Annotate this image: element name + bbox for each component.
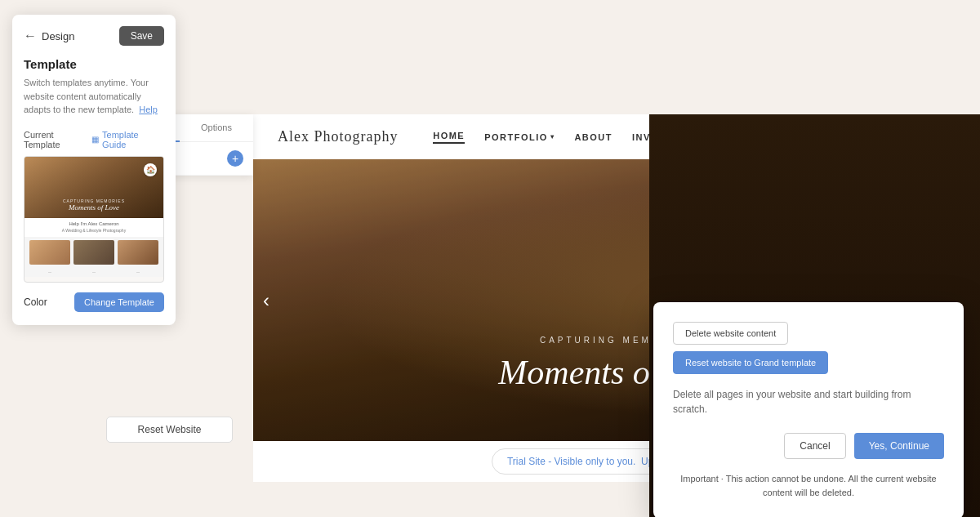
modal-tab-row: Delete website content Reset website to … [673, 322, 944, 374]
nav-link-home[interactable]: HOME [433, 131, 465, 144]
thumb-label-1: — [48, 270, 51, 274]
thumb-subtitle: A Wedding & Lifestyle Photography [29, 228, 158, 234]
modal-tab-reset[interactable]: Reset website to Grand template [673, 351, 828, 374]
thumb-text-overlay: CAPTURING MEMORIES Moments of Love [24, 198, 163, 212]
modal-tab-delete[interactable]: Delete website content [673, 322, 788, 345]
chevron-down-icon: ▾ [550, 133, 555, 140]
left-panel: ← Design Save Template Switch templates … [12, 15, 176, 325]
back-button[interactable]: ← Design [24, 29, 74, 43]
thumb-photo-3 [118, 240, 158, 265]
modal-description: Delete all pages in your website and sta… [673, 387, 944, 417]
modal-cancel-button[interactable]: Cancel [784, 433, 845, 459]
thumb-label-2: — [92, 270, 96, 274]
template-section-header: Current Template ▦ Template Guide [12, 125, 176, 156]
reset-website-button[interactable]: Reset Website [106, 417, 233, 443]
tab-options[interactable]: Options [180, 114, 253, 141]
thumb-photo-1 [29, 240, 70, 265]
thumb-label-3: — [136, 270, 140, 274]
thumb-bottom-labels: — — — [24, 268, 163, 277]
thumb-hero-title: Moments of Love [24, 203, 163, 212]
save-button[interactable]: Save [119, 26, 164, 46]
grid-icon: ▦ [91, 135, 99, 144]
help-link[interactable]: Help [139, 105, 158, 114]
template-guide-link[interactable]: ▦ Template Guide [91, 130, 164, 149]
current-template-label: Current Template [24, 130, 91, 149]
color-section: Color Change Template [12, 283, 176, 312]
modal-confirm-button[interactable]: Yes, Continue [854, 433, 944, 459]
panel-header: ← Design Save [12, 15, 176, 54]
thumb-photo-2 [74, 240, 114, 265]
back-arrow-icon: ← [24, 29, 37, 43]
modal-warning: Important · This action cannot be undone… [673, 472, 944, 499]
panel-description: Switch templates anytime. Your website c… [12, 76, 176, 125]
panel-section-title: Template [12, 54, 176, 76]
hero-prev-arrow[interactable]: ‹ [263, 289, 270, 312]
color-label: Color [24, 296, 47, 308]
thumb-photos [24, 237, 163, 268]
home-icon: 🏠 [144, 163, 157, 176]
thumb-middle-section: Help I'm Alex Cameron A Wedding & Lifest… [24, 218, 163, 237]
modal-actions: Cancel Yes, Continue [673, 433, 944, 459]
change-template-button[interactable]: Change Template [74, 292, 164, 312]
thumb-name: Help I'm Alex Cameron [29, 221, 158, 226]
nav-link-about[interactable]: ABOUT [574, 132, 612, 142]
website-logo: Alex Photography [278, 128, 398, 145]
thumb-hero-image: CAPTURING MEMORIES Moments of Love [24, 157, 163, 218]
nav-link-portfolio[interactable]: PORTFOLIO ▾ [484, 132, 555, 142]
add-menu-item-button[interactable]: + [227, 150, 243, 167]
modal-dialog: Delete website content Reset website to … [653, 302, 964, 517]
reset-bar: Reset Website [106, 417, 233, 443]
template-thumbnail[interactable]: CAPTURING MEMORIES Moments of Love Help … [24, 156, 164, 283]
